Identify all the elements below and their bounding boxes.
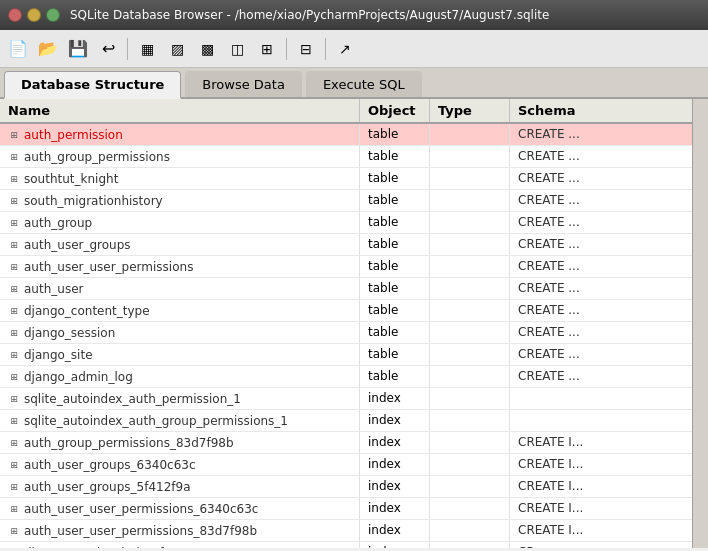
tab-bar: Database Structure Browse Data Execute S… bbox=[0, 68, 708, 99]
cell-object: table bbox=[360, 278, 430, 299]
title-bar: SQLite Database Browser - /home/xiao/Pyc… bbox=[0, 0, 708, 30]
table-row[interactable]: ⊞auth_grouptableCREATE ... bbox=[0, 212, 692, 234]
undo-button[interactable]: ↩ bbox=[94, 35, 122, 63]
row-name-text: auth_user_user_permissions_6340c63c bbox=[24, 502, 258, 516]
table-row[interactable]: ⊞auth_permissiontableCREATE ... bbox=[0, 124, 692, 146]
cell-name: ⊞auth_user_user_permissions_83d7f98b bbox=[0, 520, 360, 541]
table-row[interactable]: ⊞django_sessiontableCREATE ... bbox=[0, 322, 692, 344]
cell-schema: CREATE ... bbox=[510, 256, 692, 277]
new-table-button[interactable]: ▦ bbox=[133, 35, 161, 63]
table-row[interactable]: ⊞auth_user_user_permissions_6340c63cinde… bbox=[0, 498, 692, 520]
delete-row-button[interactable]: ⊞ bbox=[253, 35, 281, 63]
tab-execute-sql[interactable]: Execute SQL bbox=[306, 71, 422, 97]
close-button[interactable] bbox=[8, 8, 22, 22]
cell-schema: CREATE ... bbox=[510, 278, 692, 299]
cell-object: index bbox=[360, 520, 430, 541]
expand-icon[interactable]: ⊞ bbox=[8, 394, 20, 404]
cell-name: ⊞sqlite_autoindex_auth_group_permissions… bbox=[0, 410, 360, 431]
expand-icon[interactable]: ⊞ bbox=[8, 372, 20, 382]
expand-icon[interactable]: ⊞ bbox=[8, 174, 20, 184]
table-wrapper: Name Object Type Schema ⊞auth_permission… bbox=[0, 99, 708, 548]
cell-type bbox=[430, 190, 510, 211]
cell-object: index bbox=[360, 542, 430, 548]
save-button[interactable]: 💾 bbox=[64, 35, 92, 63]
table-row[interactable]: ⊞south_migrationhistorytableCREATE ... bbox=[0, 190, 692, 212]
vertical-scrollbar[interactable] bbox=[692, 99, 708, 548]
expand-icon[interactable]: ⊞ bbox=[8, 284, 20, 294]
expand-icon[interactable]: ⊞ bbox=[8, 526, 20, 536]
cell-type bbox=[430, 454, 510, 475]
table-row[interactable]: ⊞django_sitetableCREATE ... bbox=[0, 344, 692, 366]
table-row[interactable]: ⊞auth_group_permissions_83d7f98bindexCRE… bbox=[0, 432, 692, 454]
cell-schema: CREATE I... bbox=[510, 498, 692, 519]
table-row[interactable]: ⊞auth_user_groups_5f412f9aindexCREATE I.… bbox=[0, 476, 692, 498]
cell-object: table bbox=[360, 322, 430, 343]
table-row[interactable]: ⊞django_content_typetableCREATE ... bbox=[0, 300, 692, 322]
row-name-text: django_session bbox=[24, 326, 115, 340]
table-row[interactable]: ⊞django_session_b7b81f0cindexCR... bbox=[0, 542, 692, 548]
open-button[interactable]: 📂 bbox=[34, 35, 62, 63]
cell-type bbox=[430, 278, 510, 299]
expand-icon[interactable]: ⊞ bbox=[8, 196, 20, 206]
minimize-button[interactable] bbox=[27, 8, 41, 22]
expand-icon[interactable]: ⊞ bbox=[8, 218, 20, 228]
edit-table-button[interactable]: ▨ bbox=[163, 35, 191, 63]
cell-object: index bbox=[360, 388, 430, 409]
col-header-object: Object bbox=[360, 99, 430, 122]
tab-browse-data[interactable]: Browse Data bbox=[185, 71, 302, 97]
cell-object: index bbox=[360, 432, 430, 453]
cell-type bbox=[430, 410, 510, 431]
cell-schema bbox=[510, 410, 692, 431]
cell-schema: CREATE ... bbox=[510, 146, 692, 167]
table-row[interactable]: ⊞southtut_knighttableCREATE ... bbox=[0, 168, 692, 190]
table-row[interactable]: ⊞django_admin_logtableCREATE ... bbox=[0, 366, 692, 388]
data-rows[interactable]: ⊞auth_permissiontableCREATE ...⊞auth_gro… bbox=[0, 124, 692, 548]
table-row[interactable]: ⊞sqlite_autoindex_auth_group_permissions… bbox=[0, 410, 692, 432]
expand-icon[interactable]: ⊞ bbox=[8, 262, 20, 272]
table-row[interactable]: ⊞auth_usertableCREATE ... bbox=[0, 278, 692, 300]
cell-name: ⊞django_session bbox=[0, 322, 360, 343]
new-row-button[interactable]: ◫ bbox=[223, 35, 251, 63]
cell-object: table bbox=[360, 168, 430, 189]
help-button[interactable]: ↗ bbox=[331, 35, 359, 63]
expand-icon[interactable]: ⊞ bbox=[8, 416, 20, 426]
cell-schema: CR... bbox=[510, 542, 692, 548]
delete-table-button[interactable]: ▩ bbox=[193, 35, 221, 63]
table-row[interactable]: ⊞sqlite_autoindex_auth_permission_1index bbox=[0, 388, 692, 410]
table-row[interactable]: ⊞auth_user_user_permissions_83d7f98binde… bbox=[0, 520, 692, 542]
row-name-text: sqlite_autoindex_auth_group_permissions_… bbox=[24, 414, 288, 428]
expand-icon[interactable]: ⊞ bbox=[8, 130, 20, 140]
row-name-text: django_content_type bbox=[24, 304, 150, 318]
cell-type bbox=[430, 542, 510, 548]
row-name-text: auth_user bbox=[24, 282, 83, 296]
expand-icon[interactable]: ⊞ bbox=[8, 306, 20, 316]
cell-schema: CREATE ... bbox=[510, 344, 692, 365]
row-name-text: auth_user_groups_5f412f9a bbox=[24, 480, 191, 494]
window-controls bbox=[8, 8, 60, 22]
expand-icon[interactable]: ⊞ bbox=[8, 438, 20, 448]
expand-icon[interactable]: ⊞ bbox=[8, 482, 20, 492]
expand-icon[interactable]: ⊞ bbox=[8, 350, 20, 360]
toolbar-separator-2 bbox=[286, 38, 287, 60]
expand-icon[interactable]: ⊞ bbox=[8, 460, 20, 470]
row-name-text: auth_user_user_permissions_83d7f98b bbox=[24, 524, 257, 538]
expand-icon[interactable]: ⊞ bbox=[8, 328, 20, 338]
maximize-button[interactable] bbox=[46, 8, 60, 22]
table-row[interactable]: ⊞auth_user_user_permissionstableCREATE .… bbox=[0, 256, 692, 278]
expand-icon[interactable]: ⊞ bbox=[8, 504, 20, 514]
execute-sql-button[interactable]: ⊟ bbox=[292, 35, 320, 63]
cell-name: ⊞auth_group bbox=[0, 212, 360, 233]
table-row[interactable]: ⊞auth_user_groupstableCREATE ... bbox=[0, 234, 692, 256]
tab-database-structure[interactable]: Database Structure bbox=[4, 71, 181, 99]
cell-name: ⊞southtut_knight bbox=[0, 168, 360, 189]
expand-icon[interactable]: ⊞ bbox=[8, 240, 20, 250]
table-row[interactable]: ⊞auth_user_groups_6340c63cindexCREATE I.… bbox=[0, 454, 692, 476]
table-row[interactable]: ⊞auth_group_permissionstableCREATE ... bbox=[0, 146, 692, 168]
new-button[interactable]: 📄 bbox=[4, 35, 32, 63]
cell-type bbox=[430, 300, 510, 321]
expand-icon[interactable]: ⊞ bbox=[8, 548, 20, 549]
cell-name: ⊞auth_user_groups_5f412f9a bbox=[0, 476, 360, 497]
row-name-text: django_site bbox=[24, 348, 93, 362]
cell-object: index bbox=[360, 454, 430, 475]
expand-icon[interactable]: ⊞ bbox=[8, 152, 20, 162]
